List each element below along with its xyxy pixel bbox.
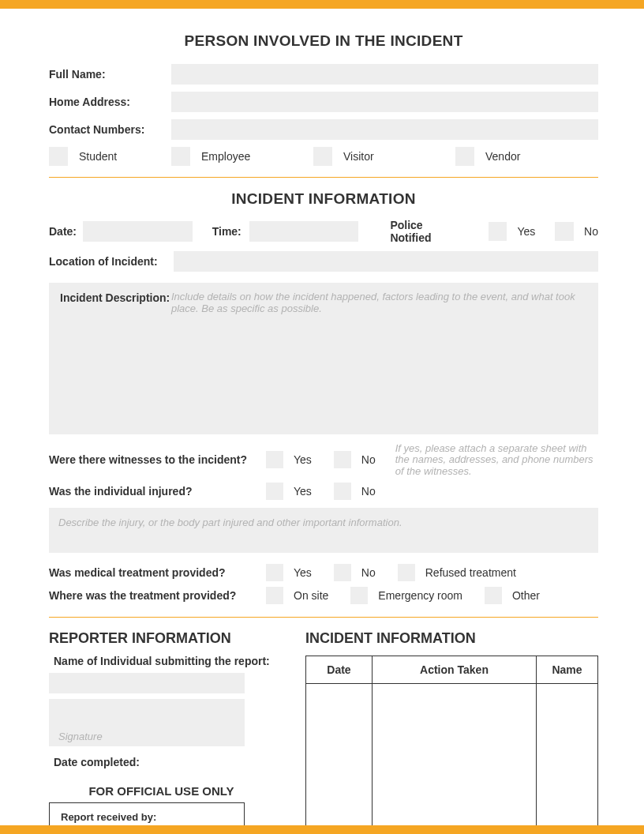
- employee-label: Employee: [201, 150, 250, 163]
- injured-yes-checkbox[interactable]: [266, 483, 283, 500]
- where-onsite-label: On site: [294, 589, 328, 602]
- location-input[interactable]: [174, 251, 598, 272]
- top-accent-bar: [0, 0, 644, 9]
- injury-hint: Describe the injury, or the body part in…: [58, 517, 402, 528]
- witness-yes-label: Yes: [294, 453, 312, 466]
- where-onsite-checkbox[interactable]: [266, 587, 283, 604]
- injured-yes-label: Yes: [294, 485, 312, 498]
- injury-description-box[interactable]: Describe the injury, or the body part in…: [49, 508, 598, 553]
- reporter-name-input[interactable]: [49, 673, 245, 693]
- bottom-accent-bar: [0, 825, 644, 834]
- injured-no-label: No: [361, 485, 376, 498]
- incident-date-label: Date:: [49, 225, 83, 238]
- medical-no-checkbox[interactable]: [334, 564, 351, 581]
- witness-yes-checkbox[interactable]: [266, 451, 283, 468]
- incident-description-box[interactable]: Incident Description: Include details on…: [49, 283, 598, 434]
- actions-action-cell[interactable]: [373, 683, 537, 834]
- full-name-label: Full Name:: [49, 68, 171, 81]
- student-label: Student: [79, 150, 117, 163]
- injured-question-label: Was the individual injured?: [49, 485, 266, 498]
- vendor-label: Vendor: [485, 150, 520, 163]
- medical-yes-checkbox[interactable]: [266, 564, 283, 581]
- police-no-label: No: [584, 225, 598, 238]
- date-completed-label: Date completed:: [54, 756, 274, 768]
- actions-section-title: INCIDENT INFORMATION: [305, 630, 598, 647]
- reporter-section-title: REPORTER INFORMATION: [49, 630, 274, 647]
- visitor-checkbox[interactable]: [313, 147, 332, 166]
- medical-yes-label: Yes: [294, 566, 312, 579]
- witness-question-label: Were there witnesses to the incident?: [49, 453, 266, 466]
- actions-name-header: Name: [537, 656, 598, 683]
- contact-label: Contact Numbers:: [49, 123, 171, 136]
- official-section-title: FOR OFFICIAL USE ONLY: [49, 784, 274, 798]
- contact-input[interactable]: [171, 119, 598, 140]
- police-notified-label: Police Notified: [390, 219, 466, 244]
- medical-no-label: No: [361, 566, 376, 579]
- divider-2: [49, 617, 598, 618]
- location-label: Location of Incident:: [49, 255, 174, 268]
- where-question-label: Where was the treatment provided?: [49, 589, 266, 602]
- police-no-checkbox[interactable]: [555, 222, 574, 241]
- incident-date-input[interactable]: [83, 221, 193, 242]
- incident-description-hint: Include details on how the incident happ…: [171, 291, 587, 426]
- witness-no-label: No: [361, 453, 376, 466]
- signature-box[interactable]: Signature: [49, 699, 245, 746]
- incident-time-input[interactable]: [249, 221, 359, 242]
- section-person-title: PERSON INVOLVED IN THE INCIDENT: [49, 32, 598, 50]
- received-by-label: Report received by:: [61, 811, 233, 823]
- where-er-checkbox[interactable]: [350, 587, 368, 604]
- vendor-checkbox[interactable]: [455, 147, 474, 166]
- witness-no-checkbox[interactable]: [334, 451, 351, 468]
- employee-checkbox[interactable]: [171, 147, 190, 166]
- where-er-label: Emergency room: [378, 589, 462, 602]
- incident-time-label: Time:: [212, 225, 249, 238]
- incident-description-label: Incident Description:: [60, 291, 171, 426]
- actions-name-cell[interactable]: [537, 683, 598, 834]
- home-address-label: Home Address:: [49, 96, 171, 108]
- actions-date-cell[interactable]: [306, 683, 373, 834]
- injured-no-checkbox[interactable]: [334, 483, 351, 500]
- reporter-name-label: Name of Individual submitting the report…: [54, 655, 274, 667]
- medical-refused-label: Refused treatment: [425, 566, 516, 579]
- actions-date-header: Date: [306, 656, 373, 683]
- police-yes-checkbox[interactable]: [489, 222, 507, 241]
- signature-hint: Signature: [58, 731, 103, 742]
- police-yes-label: Yes: [517, 225, 535, 238]
- visitor-label: Visitor: [343, 150, 374, 163]
- actions-table: Date Action Taken Name: [305, 656, 598, 834]
- where-other-label: Other: [512, 589, 540, 602]
- where-other-checkbox[interactable]: [485, 587, 502, 604]
- actions-action-header: Action Taken: [373, 656, 537, 683]
- full-name-input[interactable]: [171, 64, 598, 85]
- witness-hint: If yes, please attach a separate sheet w…: [395, 443, 598, 477]
- student-checkbox[interactable]: [49, 147, 68, 166]
- home-address-input[interactable]: [171, 92, 598, 112]
- medical-question-label: Was medical treatment provided?: [49, 566, 266, 579]
- medical-refused-checkbox[interactable]: [398, 564, 415, 581]
- divider-1: [49, 177, 598, 178]
- section-incident-title: INCIDENT INFORMATION: [49, 190, 598, 208]
